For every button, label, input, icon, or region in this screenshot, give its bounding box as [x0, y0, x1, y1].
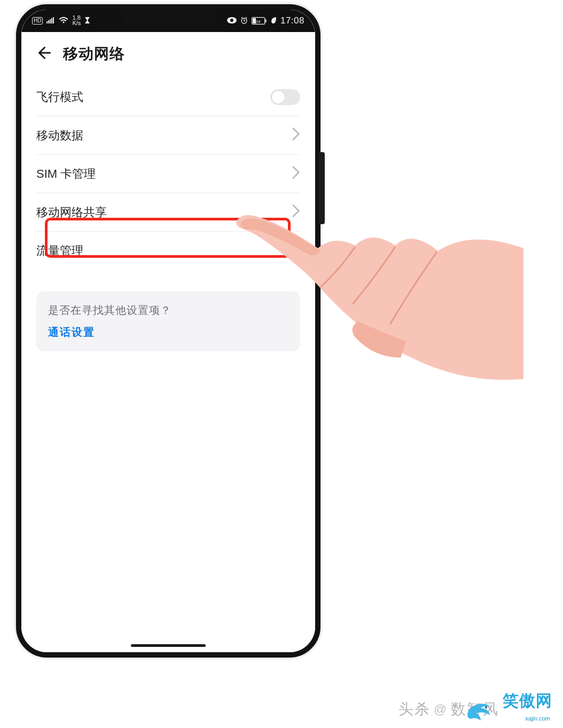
footer-text-1: 头杀: [398, 699, 431, 719]
leaf-icon: [270, 17, 277, 26]
svg-rect-4: [53, 17, 54, 23]
svg-rect-7: [265, 19, 266, 22]
row-airplane-mode[interactable]: 飞行模式: [36, 78, 300, 116]
row-label: 飞行模式: [36, 89, 83, 105]
chevron-right-icon: [292, 242, 300, 260]
dolphin-icon: [465, 699, 494, 723]
svg-rect-3: [51, 18, 52, 23]
svg-point-12: [485, 706, 487, 708]
help-link-call-settings[interactable]: 通话设置: [48, 325, 288, 339]
back-icon[interactable]: [35, 45, 51, 63]
svg-rect-2: [50, 19, 51, 23]
phone-side-button: [318, 152, 325, 224]
status-right: 24 17:08: [227, 15, 304, 26]
page-title: 移动网络: [63, 44, 125, 64]
row-mobile-data[interactable]: 移动数据: [36, 116, 300, 155]
footer-watermark: 头杀 @ 数智风 笑傲网 xajin.com: [398, 696, 552, 723]
wifi-icon: [59, 17, 68, 26]
row-label: 移动网络共享: [36, 204, 107, 220]
row-network-sharing[interactable]: 移动网络共享: [36, 193, 300, 232]
row-sim-management[interactable]: SIM 卡管理: [36, 155, 300, 193]
chevron-right-icon: [292, 126, 300, 145]
row-label: 流量管理: [36, 243, 83, 259]
eye-icon: [227, 17, 237, 25]
home-indicator: [131, 644, 206, 647]
footer-url: xajin.com: [526, 715, 550, 722]
settings-list: 飞行模式 移动数据 SIM 卡管理 移动网络共享: [21, 78, 315, 270]
help-question: 是否在寻找其他设置项？: [48, 303, 288, 318]
at-icon: @: [434, 702, 448, 717]
svg-text:24: 24: [256, 19, 261, 24]
chevron-right-icon: [292, 203, 300, 221]
alarm-icon: [240, 17, 248, 26]
screen: HD 1.8 K/s: [21, 10, 315, 652]
notch: [120, 10, 216, 26]
svg-rect-0: [46, 21, 48, 23]
battery-icon: 24: [252, 17, 267, 25]
signal-icon: [46, 17, 55, 25]
status-time: 17:08: [280, 15, 304, 26]
airplane-toggle[interactable]: [270, 89, 300, 105]
status-left: HD 1.8 K/s: [32, 15, 90, 26]
hd-badge: HD: [32, 17, 43, 25]
help-card: 是否在寻找其他设置项？ 通话设置: [36, 291, 300, 351]
chevron-right-icon: [292, 165, 300, 183]
row-label: 移动数据: [36, 128, 83, 144]
row-label: SIM 卡管理: [36, 166, 96, 182]
toggle-knob: [272, 91, 285, 104]
net-speed: 1.8 K/s: [72, 15, 81, 26]
footer-brand2: 笑傲网: [503, 690, 552, 712]
phone-frame: HD 1.8 K/s: [16, 4, 320, 658]
svg-rect-1: [48, 20, 49, 23]
row-traffic-management[interactable]: 流量管理: [36, 232, 300, 270]
hourglass-icon: [84, 17, 90, 26]
page-header: 移动网络: [21, 32, 315, 78]
